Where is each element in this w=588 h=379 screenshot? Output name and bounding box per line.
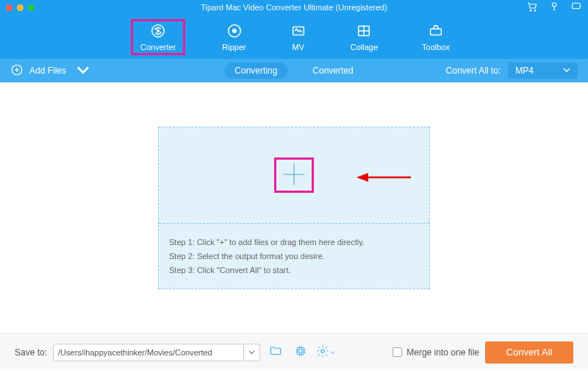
- gpu-accel-button[interactable]: [291, 344, 310, 361]
- save-to-label: Save to:: [15, 347, 47, 358]
- output-format-select[interactable]: MP4: [508, 63, 578, 79]
- nav-label: MV: [292, 43, 304, 52]
- plus-circle-icon: [10, 63, 24, 79]
- tab-converted[interactable]: Converted: [302, 63, 363, 79]
- tab-collage[interactable]: Collage: [343, 21, 385, 53]
- save-path-value: /Users/ihappyacethinker/Movies/Converted: [58, 348, 212, 357]
- chevron-down-icon: [76, 63, 90, 79]
- tab-converting[interactable]: Converting: [224, 63, 287, 79]
- instruction-step: Step 1: Click "+" to add files or drag t…: [169, 238, 419, 247]
- file-dropzone[interactable]: Step 1: Click "+" to add files or drag t…: [158, 127, 430, 289]
- ripper-icon: [226, 23, 243, 40]
- svg-point-7: [232, 29, 236, 32]
- save-path-dropdown[interactable]: [244, 344, 260, 361]
- svg-marker-13: [356, 173, 368, 182]
- add-file-plus-button[interactable]: [274, 157, 314, 193]
- save-path-field[interactable]: /Users/ihappyacethinker/Movies/Converted: [53, 344, 244, 361]
- instruction-step: Step 2: Select the output format you des…: [169, 252, 419, 261]
- open-folder-button[interactable]: [266, 344, 285, 361]
- window-title: Tipard Mac Video Converter Ultimate (Unr…: [0, 3, 588, 12]
- svg-rect-15: [299, 350, 303, 353]
- toolbox-icon: [428, 23, 444, 40]
- merge-label: Merge into one file: [406, 347, 479, 358]
- svg-point-16: [321, 350, 325, 353]
- plus-icon: [281, 161, 307, 190]
- merge-checkbox[interactable]: Merge into one file: [392, 347, 479, 358]
- tab-ripper[interactable]: Ripper: [215, 21, 253, 53]
- main-nav: Converter Ripper MV Collage Toolbox: [0, 15, 588, 59]
- checkbox-box: [392, 347, 402, 357]
- workspace: Step 1: Click "+" to add files or drag t…: [0, 82, 588, 333]
- gear-icon: [316, 344, 329, 360]
- instruction-step: Step 3: Click "Convert All" to start.: [169, 266, 419, 274]
- tab-toolbox[interactable]: Toolbox: [415, 21, 457, 53]
- nav-label: Toolbox: [422, 43, 450, 52]
- chevron-down-icon: [563, 65, 570, 76]
- collage-icon: [356, 23, 372, 40]
- nav-label: Converter: [140, 43, 176, 52]
- convert-all-button[interactable]: Convert All: [485, 341, 573, 364]
- mv-icon: [290, 23, 306, 40]
- instructions: Step 1: Click "+" to add files or drag t…: [159, 223, 429, 288]
- folder-icon: [269, 344, 282, 360]
- settings-button[interactable]: [316, 344, 335, 361]
- add-files-button[interactable]: Add Files: [10, 63, 90, 79]
- svg-rect-10: [431, 29, 442, 35]
- footer-bar: Save to: /Users/ihappyacethinker/Movies/…: [0, 333, 588, 370]
- converter-icon: [150, 23, 166, 40]
- format-value: MP4: [515, 65, 534, 76]
- window-titlebar: Tipard Mac Video Converter Ultimate (Unr…: [0, 0, 588, 15]
- status-tabs: Converting Converted: [224, 63, 363, 79]
- tab-mv[interactable]: MV: [283, 21, 314, 53]
- annotation-arrow: [354, 170, 412, 187]
- convert-all-to-label: Convert All to:: [446, 65, 501, 76]
- chip-icon: [294, 344, 307, 360]
- tab-converter[interactable]: Converter: [131, 19, 185, 55]
- nav-label: Collage: [351, 43, 378, 52]
- add-files-label: Add Files: [29, 65, 66, 76]
- nav-label: Ripper: [222, 43, 245, 52]
- sub-toolbar: Add Files Converting Converted Convert A…: [0, 59, 588, 82]
- svg-rect-14: [298, 348, 304, 355]
